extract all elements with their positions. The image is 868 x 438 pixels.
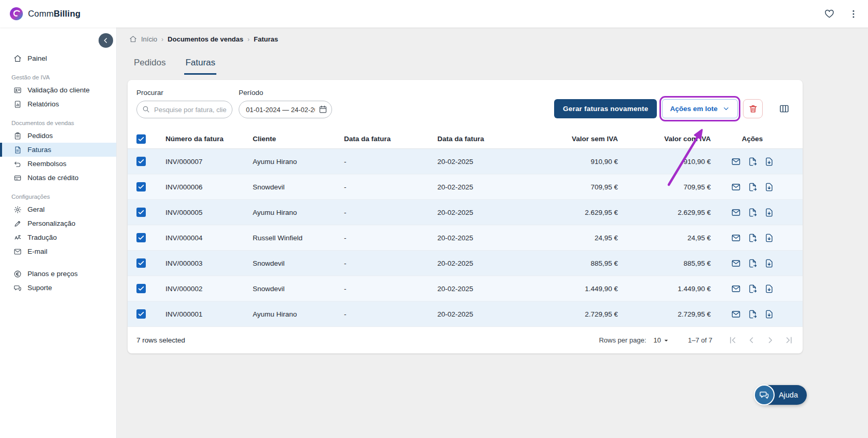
invoice-number-cell: INV/000003 — [166, 259, 253, 267]
send-email-icon[interactable] — [731, 233, 741, 243]
invoice-number-cell: INV/000004 — [166, 234, 253, 242]
sidebar-item-painel[interactable]: Painel — [0, 51, 116, 65]
export-file-icon[interactable] — [748, 233, 757, 243]
columns-icon — [779, 103, 790, 114]
invoice-date-cell: - — [344, 310, 437, 318]
send-email-icon[interactable] — [731, 258, 741, 268]
table-row[interactable]: INV/000003 Snowdevil - 20-02-2025 885,95… — [128, 251, 803, 276]
header-client[interactable]: Cliente — [253, 135, 344, 143]
search-input[interactable] — [136, 101, 232, 118]
brand-logo-icon — [9, 7, 23, 21]
table-row[interactable]: INV/000002 Snowdevil - 20-02-2025 1.449,… — [128, 276, 803, 302]
batch-actions-button[interactable]: Ações em lote — [662, 99, 738, 118]
help-button[interactable]: Ajuda — [755, 385, 807, 405]
sidebar-item-email[interactable]: E-mail — [0, 244, 116, 258]
send-email-icon[interactable] — [731, 309, 741, 319]
tabs: Pedidos Faturas — [117, 54, 868, 75]
send-email-icon[interactable] — [731, 182, 741, 192]
export-file-icon[interactable] — [748, 284, 757, 294]
export-file-icon[interactable] — [748, 208, 757, 217]
breadcrumb-faturas: Faturas — [254, 35, 278, 43]
brand[interactable]: CommBilling — [9, 7, 80, 21]
send-email-icon[interactable] — [731, 284, 741, 294]
regenerate-invoices-button[interactable]: Gerar faturas novamente — [554, 99, 657, 118]
calendar-icon[interactable] — [319, 105, 327, 114]
column-settings-button[interactable] — [774, 99, 794, 118]
sidebar-item-label: Relatórios — [27, 100, 59, 108]
sidebar-item-pedidos[interactable]: Pedidos — [0, 129, 116, 143]
sidebar-group-label: Gestão de IVA — [0, 74, 116, 80]
breadcrumb-inicio[interactable]: Início — [141, 35, 157, 43]
gross-amount-cell: 885,95 € — [618, 259, 711, 267]
sidebar-item-relatorios[interactable]: Relatórios — [0, 97, 116, 111]
table-row[interactable]: INV/000004 Russell Winfield - 20-02-2025… — [128, 225, 803, 251]
client-cell: Snowdevil — [253, 183, 344, 191]
sidebar-item-geral[interactable]: Geral — [0, 202, 116, 216]
sidebar-item-reembolsos[interactable]: Reembolsos — [0, 157, 116, 171]
row-checkbox[interactable] — [136, 284, 146, 293]
sidebar-item-validacao[interactable]: Validação do cliente — [0, 83, 116, 97]
sidebar-collapse-button[interactable] — [99, 33, 113, 48]
row-checkbox[interactable] — [136, 258, 146, 268]
translate-icon — [13, 234, 22, 242]
header-invoice-number[interactable]: Número da fatura — [166, 135, 253, 143]
send-email-icon[interactable] — [731, 208, 741, 217]
page-range-text: 1–7 of 7 — [688, 336, 712, 344]
export-file-icon[interactable] — [748, 309, 757, 319]
export-file-icon[interactable] — [748, 258, 757, 268]
period-field-group: Período — [239, 89, 332, 118]
period-input[interactable] — [239, 101, 332, 118]
delete-selected-button[interactable] — [743, 99, 763, 118]
export-file-icon[interactable] — [748, 182, 757, 192]
rows-per-page-select[interactable]: 10 — [654, 336, 670, 345]
table-row[interactable]: INV/000001 Ayumu Hirano - 20-02-2025 2.7… — [128, 302, 803, 327]
sidebar-item-suporte[interactable]: Suporte — [0, 281, 116, 295]
client-cell: Ayumu Hirano — [253, 209, 344, 216]
sidebar-item-planos[interactable]: Planos e preços — [0, 267, 116, 281]
header-gross-amount[interactable]: Valor com IVA — [618, 135, 711, 143]
next-page-icon[interactable] — [765, 335, 775, 345]
tab-faturas[interactable]: Faturas — [184, 54, 216, 75]
table-row[interactable]: INV/000006 Snowdevil - 20-02-2025 709,95… — [128, 174, 803, 200]
net-amount-cell: 910,90 € — [520, 158, 618, 166]
net-amount-cell: 1.449,90 € — [520, 285, 618, 293]
sidebar-item-label: Reembolsos — [27, 160, 66, 168]
invoice-number-cell: INV/000007 — [166, 158, 253, 166]
download-file-icon[interactable] — [764, 309, 774, 319]
favorites-heart-icon[interactable] — [824, 8, 835, 19]
download-file-icon[interactable] — [764, 284, 774, 294]
download-file-icon[interactable] — [764, 157, 774, 167]
download-file-icon[interactable] — [764, 208, 774, 217]
sidebar-item-notas-credito[interactable]: Notas de crédito — [0, 171, 116, 185]
breadcrumb-home-icon[interactable] — [129, 35, 137, 43]
export-file-icon[interactable] — [748, 157, 757, 167]
last-page-icon[interactable] — [784, 335, 794, 345]
header-net-amount[interactable]: Valor sem IVA — [520, 135, 618, 143]
breadcrumb-documentos[interactable]: Documentos de vendas — [168, 35, 243, 43]
table-row[interactable]: INV/000007 Ayumu Hirano - 20-02-2025 910… — [128, 149, 803, 174]
table-row[interactable]: INV/000005 Ayumu Hirano - 20-02-2025 2.6… — [128, 200, 803, 225]
sidebar-item-personalizacao[interactable]: Personalização — [0, 216, 116, 230]
send-email-icon[interactable] — [731, 157, 741, 167]
tab-pedidos[interactable]: Pedidos — [133, 54, 167, 75]
row-checkbox[interactable] — [136, 157, 146, 166]
gross-amount-cell: 2.629,95 € — [618, 209, 711, 216]
download-file-icon[interactable] — [764, 182, 774, 192]
download-file-icon[interactable] — [764, 233, 774, 243]
select-all-checkbox[interactable] — [136, 134, 146, 144]
previous-page-icon[interactable] — [747, 335, 756, 345]
header-due-date[interactable]: Data da fatura — [437, 135, 520, 143]
header-invoice-date[interactable]: Data da fatura — [344, 135, 437, 143]
sidebar-item-faturas[interactable]: Faturas — [0, 143, 116, 157]
sidebar-item-traducao[interactable]: Tradução — [0, 230, 116, 244]
row-checkbox[interactable] — [136, 208, 146, 217]
download-file-icon[interactable] — [764, 258, 774, 268]
first-page-icon[interactable] — [728, 335, 738, 345]
row-checkbox[interactable] — [136, 182, 146, 191]
row-checkbox[interactable] — [136, 233, 146, 242]
row-checkbox[interactable] — [136, 309, 146, 319]
kebab-menu-icon[interactable] — [848, 9, 859, 19]
brand-name: CommBilling — [28, 9, 80, 19]
net-amount-cell: 2.729,95 € — [520, 310, 618, 318]
period-label: Período — [239, 89, 332, 97]
